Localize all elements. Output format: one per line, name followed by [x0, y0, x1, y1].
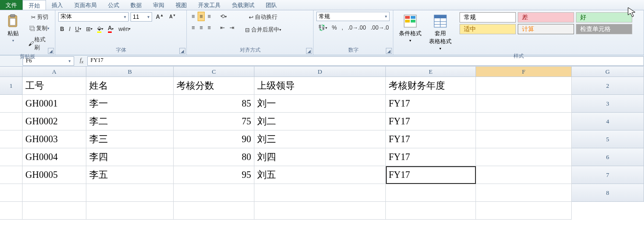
- decrease-decimal-button[interactable]: .00→.0: [369, 23, 391, 32]
- italic-button[interactable]: I: [67, 24, 72, 34]
- cell-B6[interactable]: GH0005: [23, 166, 86, 184]
- cell-style-normal[interactable]: 常规: [460, 12, 516, 23]
- cell-F6[interactable]: FY17: [386, 166, 476, 184]
- shrink-font-button[interactable]: A▼: [168, 12, 178, 21]
- paste-button[interactable]: 粘贴 ▾: [3, 12, 23, 45]
- row-header-2[interactable]: 2: [572, 77, 644, 95]
- phonetic-button[interactable]: wén▾: [116, 24, 132, 34]
- cell-style-neutral[interactable]: 适中: [460, 24, 516, 34]
- cell-D1[interactable]: 上级领导: [254, 77, 386, 95]
- align-dialog-launcher[interactable]: ◢: [306, 48, 312, 54]
- cell-E3[interactable]: 刘二: [254, 113, 386, 130]
- cell-E8[interactable]: [254, 202, 386, 220]
- cell-D4[interactable]: 90: [174, 130, 254, 148]
- cell-B8[interactable]: [23, 202, 86, 220]
- row-header-5[interactable]: 5: [572, 130, 644, 148]
- menu-tab-insert[interactable]: 插入: [46, 0, 69, 10]
- orientation-button[interactable]: ⟲▾: [218, 12, 229, 21]
- row-header-8[interactable]: 8: [572, 184, 644, 202]
- cell-B7[interactable]: [23, 184, 86, 202]
- align-bottom-button[interactable]: ≡: [206, 12, 213, 21]
- grow-font-button[interactable]: A▲: [154, 12, 166, 22]
- cell-style-bad[interactable]: 差: [518, 12, 574, 23]
- col-header-A[interactable]: A: [23, 67, 86, 77]
- accounting-format-button[interactable]: 💱▾: [316, 23, 329, 32]
- cell-F2[interactable]: FY17: [386, 95, 476, 113]
- align-middle-button[interactable]: ≡: [198, 12, 205, 21]
- row-header-4[interactable]: 4: [572, 113, 644, 130]
- fill-color-button[interactable]: ⬙▾: [95, 23, 105, 34]
- cell-C3[interactable]: 李二: [86, 113, 174, 130]
- menu-tab-home[interactable]: 开始: [23, 0, 46, 10]
- cell-G8[interactable]: [476, 202, 572, 220]
- cell-style-good[interactable]: 好: [576, 12, 632, 23]
- cell-G2[interactable]: [476, 95, 572, 113]
- cell-D7[interactable]: [174, 184, 254, 202]
- menu-file[interactable]: 文件: [0, 0, 23, 10]
- cell-G6[interactable]: [476, 166, 572, 184]
- col-header-C[interactable]: C: [174, 67, 254, 77]
- font-name-select[interactable]: 宋体▾: [58, 12, 129, 22]
- fx-icon[interactable]: fx: [76, 57, 87, 64]
- spreadsheet-grid[interactable]: ABCDEFG1工号姓名考核分数上级领导考核财务年度2GH0001李一85刘一F…: [0, 67, 644, 220]
- col-header-D[interactable]: D: [254, 67, 386, 77]
- cell-A2[interactable]: [0, 95, 23, 113]
- cell-G5[interactable]: [476, 148, 572, 166]
- cell-E2[interactable]: 刘一: [254, 95, 386, 113]
- merge-center-button[interactable]: ⊟合并后居中▾: [242, 24, 283, 35]
- menu-tab-pagelayout[interactable]: 页面布局: [69, 0, 102, 10]
- border-button[interactable]: ⊞▾: [84, 24, 94, 34]
- cell-B3[interactable]: GH0002: [23, 113, 86, 130]
- col-header-B[interactable]: B: [86, 67, 174, 77]
- col-header-E[interactable]: E: [386, 67, 476, 77]
- cell-C2[interactable]: 李一: [86, 95, 174, 113]
- cell-F3[interactable]: FY17: [386, 113, 476, 130]
- cell-A3[interactable]: [0, 113, 23, 130]
- cell-D2[interactable]: 85: [174, 95, 254, 113]
- row-header-1[interactable]: 1: [0, 77, 23, 95]
- cell-C5[interactable]: 李四: [86, 148, 174, 166]
- bold-button[interactable]: B: [58, 24, 66, 34]
- row-header-6[interactable]: 6: [572, 148, 644, 166]
- cell-A1[interactable]: 工号: [23, 77, 86, 95]
- cell-F4[interactable]: FY17: [386, 130, 476, 148]
- font-size-select[interactable]: 11▾: [130, 12, 152, 22]
- copy-button[interactable]: ⿻复制▾: [25, 23, 52, 34]
- number-format-select[interactable]: 常规▾: [316, 12, 390, 21]
- format-as-table-button[interactable]: 套用 表格格式▾: [426, 12, 454, 53]
- cell-E7[interactable]: [254, 184, 386, 202]
- cell-C7[interactable]: [86, 184, 174, 202]
- cell-A4[interactable]: [0, 130, 23, 148]
- cell-F7[interactable]: [386, 184, 476, 202]
- cell-A5[interactable]: [0, 148, 23, 166]
- align-right-button[interactable]: ≡: [206, 23, 213, 32]
- cell-E6[interactable]: 刘五: [254, 166, 386, 184]
- cell-C6[interactable]: 李五: [86, 166, 174, 184]
- cell-D8[interactable]: [174, 202, 254, 220]
- row-header-3[interactable]: 3: [572, 95, 644, 113]
- menu-tab-view[interactable]: 视图: [170, 0, 192, 10]
- indent-increase-button[interactable]: ⇥: [228, 23, 236, 32]
- cell-B1[interactable]: 姓名: [86, 77, 174, 95]
- align-center-button[interactable]: ≡: [198, 23, 205, 32]
- align-top-button[interactable]: ≡: [190, 12, 197, 21]
- cell-B5[interactable]: GH0004: [23, 148, 86, 166]
- menu-tab-team[interactable]: 团队: [260, 0, 283, 10]
- cell-E4[interactable]: 刘三: [254, 130, 386, 148]
- cell-D6[interactable]: 95: [174, 166, 254, 184]
- number-dialog-launcher[interactable]: ◢: [386, 48, 392, 54]
- percent-button[interactable]: %: [330, 23, 339, 32]
- clipboard-dialog-launcher[interactable]: ◢: [48, 48, 54, 54]
- font-color-button[interactable]: A▾: [106, 23, 116, 34]
- cell-style-check[interactable]: 检查单元格: [576, 24, 632, 34]
- cell-E1[interactable]: 考核财务年度: [386, 77, 476, 95]
- cell-F8[interactable]: [386, 202, 476, 220]
- menu-tab-loadtest[interactable]: 负载测试: [226, 0, 260, 10]
- cell-C1[interactable]: 考核分数: [174, 77, 254, 95]
- cell-F5[interactable]: FY17: [386, 148, 476, 166]
- cell-B4[interactable]: GH0003: [23, 130, 86, 148]
- cell-D5[interactable]: 80: [174, 148, 254, 166]
- underline-button[interactable]: U▾: [73, 24, 83, 34]
- comma-button[interactable]: ,: [340, 23, 345, 32]
- cell-G4[interactable]: [476, 130, 572, 148]
